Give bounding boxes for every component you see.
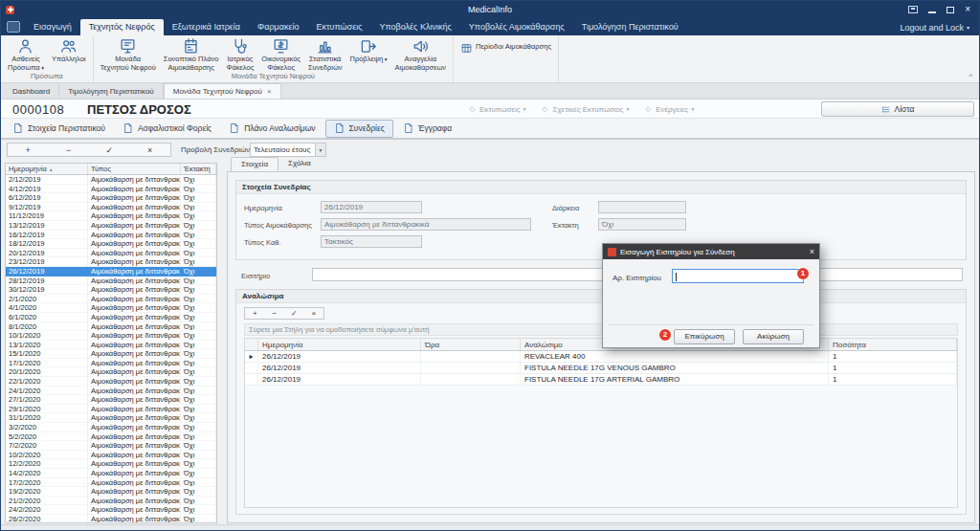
session-row[interactable]: 3/2/2020Αιμοκάθαρση με διττανθρακικάΌχι [6, 423, 216, 432]
session-row[interactable]: 2/12/2019Αιμοκάθαρση με διττανθρακικάΌχι [6, 175, 216, 185]
session-row[interactable]: 24/2/2020Αιμοκάθαρση με διττανθρακικάΌχι [6, 505, 216, 515]
dialog-close-icon[interactable]: × [810, 247, 814, 256]
ribbon-tab-2[interactable]: Εξωτερικά Ιατρεία [164, 19, 249, 35]
tab-comments[interactable]: Σχόλια [278, 157, 321, 171]
patient-action-2[interactable]: Ενέργειες▾ [644, 105, 694, 114]
close-icon[interactable]: × [965, 5, 970, 14]
session-row[interactable]: 10/2/2020Αιμοκάθαρση με διττανθρακικάΌχι [6, 451, 216, 460]
minimize-icon[interactable] [928, 7, 936, 13]
remove-button[interactable]: − [59, 144, 78, 156]
session-row[interactable]: 20/12/2019Αιμοκάθαρση με διττανθρακικάΌχ… [6, 249, 216, 258]
session-row[interactable]: 17/2/2020Αιμοκάθαρση με διττανθρακικάΌχι [6, 478, 216, 488]
document-tab-1[interactable]: Τιμολόγηση Περιστατικού [59, 83, 164, 99]
ribbon-tab-4[interactable]: Εκτυπώσεις [308, 19, 371, 35]
ribbon-options-icon[interactable] [908, 6, 918, 13]
session-row[interactable]: 22/1/2020Αιμοκάθαρση με διττανθρακικάΌχι [6, 377, 216, 387]
session-row[interactable]: 8/1/2020Αιμοκάθαρση με διττανθρακικάΌχι [6, 322, 216, 332]
ribbon-button-1-1[interactable]: Συνοπτικό ΠλάνοΑιμοκάθαρσης [160, 36, 223, 72]
session-row[interactable]: 13/1/2020Αιμοκάθαρση με διττανθρακικάΌχι [6, 341, 216, 350]
session-row[interactable]: 26/12/2019Αιμοκάθαρση με διττανθρακικάΌχ… [6, 267, 216, 277]
cancel-button[interactable]: × [141, 144, 160, 156]
consumables-column-header-0[interactable]: Ημερομηνία [258, 339, 421, 350]
duration-field[interactable] [598, 201, 686, 213]
session-row[interactable]: 4/12/2019Αιμοκάθαρση με διττανθρακικάΌχι [6, 185, 216, 194]
session-row[interactable]: 2/1/2020Αιμοκάθαρση με διττανθρακικάΌχι [6, 295, 216, 304]
list-button[interactable]: Λίστα [821, 101, 974, 117]
dialysis-type-field[interactable]: Αιμοκάθαρση με διττανθρακικά [321, 218, 531, 231]
catheter-type-field[interactable]: Τακτικός [321, 235, 422, 248]
session-row[interactable]: 18/12/2019Αιμοκάθαρση με διττανθρακικάΌχ… [6, 239, 216, 249]
session-row[interactable]: 31/1/2020Αιμοκάθαρση με διττανθρακικάΌχι [6, 413, 216, 423]
close-tab-icon[interactable]: × [267, 87, 272, 96]
ribbon-button-0-0[interactable]: ΑσθενείςΠρόσωπα ▾ [4, 36, 48, 72]
session-row[interactable]: 10/1/2020Αιμοκάθαρση με διττανθρακικάΌχι [6, 331, 216, 341]
consumables-column-header-1[interactable]: Ώρα [421, 339, 521, 350]
session-row[interactable]: 13/12/2019Αιμοκάθαρση με διττανθρακικάΌχ… [6, 221, 216, 231]
record-tab-4[interactable]: Έγγραφα [395, 120, 459, 138]
ribbon-tab-3[interactable]: Φαρμακείο [249, 19, 307, 35]
logout-and-lock-button[interactable]: Logout and Lock ▾ [900, 19, 979, 35]
session-row[interactable]: 29/1/2020Αιμοκάθαρση με διττανθρακικάΌχι [6, 405, 216, 414]
session-row[interactable]: 30/12/2019Αιμοκάθαρση με διττανθρακικάΌχ… [6, 285, 216, 295]
ribbon-tab-1[interactable]: Τεχνητός Νεφρός [80, 19, 164, 35]
session-row[interactable]: 7/2/2020Αιμοκάθαρση με διττανθρακικάΌχι [6, 441, 216, 451]
record-tab-1[interactable]: Ασφαλιστικοί Φορείς [115, 120, 219, 138]
ribbon-tab-7[interactable]: Τιμολόγηση Περιστατικού [573, 19, 687, 35]
ribbon-button-1-5[interactable]: Πρόβλεψη ▾ [346, 36, 391, 64]
patient-action-1[interactable]: Σχετικές Εκτυπώσεις▾ [541, 105, 629, 114]
session-row[interactable]: 4/1/2020Αιμοκάθαρση με διττανθρακικάΌχι [6, 303, 216, 313]
ticket-number-input[interactable] [672, 269, 804, 283]
maximize-icon[interactable] [947, 7, 954, 13]
tab-details[interactable]: Στοιχεία [231, 157, 278, 171]
session-row[interactable]: 9/12/2019Αιμοκάθαρση με διττανθρακικάΌχι [6, 203, 216, 212]
record-tab-3[interactable]: Συνεδρίες [325, 120, 393, 138]
session-row[interactable]: 16/12/2019Αιμοκάθαρση με διττανθρακικάΌχ… [6, 231, 216, 240]
record-tab-2[interactable]: Πλάνο Αναλωσίμων [221, 120, 323, 138]
session-row[interactable]: 6/12/2019Αιμοκάθαρση με διττανθρακικάΌχι [6, 193, 216, 203]
document-tab-0[interactable]: Dashboard [4, 83, 59, 99]
session-row[interactable]: 11/12/2019Αιμοκάθαρση με διττανθρακικάΌχ… [6, 211, 216, 221]
ribbon-button-1-3[interactable]: ΟικονομικόςΦάκελος [257, 36, 304, 72]
consumables-column-header-3[interactable]: Ποσότητα [829, 339, 957, 350]
record-tab-0[interactable]: Στοιχεία Περιστατικού [5, 120, 113, 138]
ribbon-button-1-6[interactable]: ΑναγγελίαΑιμοκαθάρσεων [391, 36, 451, 72]
confirm-button[interactable]: ✓ [100, 144, 119, 156]
remove-button[interactable]: − [267, 309, 282, 319]
document-tab-2[interactable]: Μονάδα Τεχνητού Νεφρού× [164, 83, 281, 99]
ribbon-tab-6[interactable]: Υποβολές Αιμοκάθαρσης [460, 19, 573, 35]
ribbon-tab-5[interactable]: Υποβολές Κλινικής [371, 19, 460, 35]
ribbon-button-1-4[interactable]: ΣτατιστικάΣυνεδριών [304, 36, 346, 72]
cancel-button[interactable]: × [306, 309, 322, 319]
session-row[interactable]: 21/2/2020Αιμοκάθαρση με διττανθρακικάΌχι [6, 497, 216, 506]
ribbon-button-2-0[interactable]: Περίοδοι Αιμοκάθαρσης [457, 36, 555, 54]
consumable-row[interactable]: 26/12/2019FISTULA NEEDLE 17G VENOUS GAMB… [245, 363, 957, 374]
session-row[interactable]: 14/2/2020Αιμοκάθαρση με διττανθρακικάΌχι [6, 469, 216, 478]
app-menu-icon[interactable] [7, 21, 20, 33]
confirm-button[interactable]: Επικύρωση [674, 329, 735, 344]
session-row[interactable]: 26/2/2020Αιμοκάθαρση με διττανθρακικάΌχι [6, 515, 216, 523]
session-row[interactable]: 23/12/2019Αιμοκάθαρση με διττανθρακικάΌχ… [6, 257, 216, 267]
add-button[interactable]: + [18, 144, 37, 156]
sessions-column-header-0[interactable]: Ημερομηνία▲ [6, 164, 88, 174]
session-row[interactable]: 20/1/2020Αιμοκάθαρση με διττανθρακικάΌχι [6, 367, 216, 377]
date-field[interactable]: 26/12/2019 [321, 201, 422, 213]
consumable-row[interactable]: 26/12/2019FISTULA NEEDLE 17G ARTERIAL GA… [245, 374, 957, 386]
patient-action-0[interactable]: Εκτυπώσεις▾ [468, 105, 525, 114]
session-row[interactable]: 27/1/2020Αιμοκάθαρση με διττανθρακικάΌχι [6, 395, 216, 405]
emergency-field[interactable]: Όχι [598, 218, 686, 231]
collapse-ribbon-icon[interactable]: ^ [969, 72, 972, 80]
consumable-row[interactable]: ▸26/12/2019REVACLEAR 4001 [245, 351, 957, 363]
session-row[interactable]: 28/12/2019Αιμοκάθαρση με διττανθρακικάΌχ… [6, 277, 216, 286]
sessions-column-header-1[interactable]: Τύπος [88, 164, 181, 174]
session-row[interactable]: 17/1/2020Αιμοκάθαρση με διττανθρακικάΌχι [6, 359, 216, 368]
session-row[interactable]: 6/1/2020Αιμοκάθαρση με διττανθρακικάΌχι [6, 313, 216, 322]
session-row[interactable]: 12/2/2020Αιμοκάθαρση με διττανθρακικάΌχι [6, 459, 216, 469]
sessions-column-header-2[interactable]: Έκτακτη [181, 164, 216, 174]
session-row[interactable]: 15/1/2020Αιμοκάθαρση με διττανθρακικάΌχι [6, 349, 216, 359]
ribbon-button-0-1[interactable]: Υπάλληλοι [48, 36, 90, 64]
session-row[interactable]: 5/2/2020Αιμοκάθαρση με διττανθρακικάΌχι [6, 432, 216, 442]
ribbon-button-1-2[interactable]: ΙατρικόςΦάκελος [222, 36, 257, 72]
ribbon-button-1-0[interactable]: ΜονάδαΤεχνητού Νεφρού [97, 36, 160, 72]
cancel-button[interactable]: Ακύρωση [743, 329, 804, 344]
add-button[interactable]: + [247, 309, 262, 319]
